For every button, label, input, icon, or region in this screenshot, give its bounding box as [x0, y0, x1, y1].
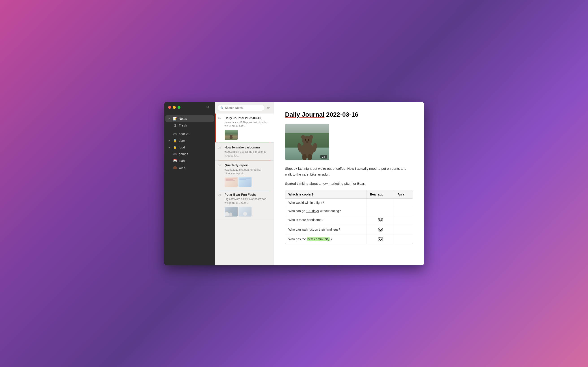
table-row-community: Who has the best community ? 🐼 — [285, 234, 413, 244]
note-preview-carbonara: #food/italian Buy all the ingredients ne… — [225, 150, 271, 158]
svg-point-3 — [231, 135, 233, 136]
new-note-button[interactable]: ✏ — [266, 105, 271, 111]
table-cell-days-q: Who can go 100 days without eating? — [285, 207, 367, 215]
note-thumb-polar2 — [239, 207, 251, 217]
table-cell-walk-bear: 🐼 — [367, 225, 394, 234]
note-thumb-bear — [225, 130, 238, 140]
svg-point-13 — [308, 139, 309, 141]
table-header-question: Which is cooler? — [285, 190, 367, 199]
note-title-quarterly: Quarterly report — [225, 163, 271, 167]
close-button[interactable] — [168, 106, 171, 109]
sidebar-item-bear20[interactable]: ▶ 🎮 bear 2.0 — [165, 131, 214, 137]
sidebar-games-label: games — [179, 152, 211, 156]
note-age-polar: 3d — [218, 193, 223, 196]
svg-point-12 — [305, 139, 306, 141]
bear-svg — [227, 132, 236, 140]
sidebar-item-notes[interactable]: ▶ 📝 Notes — [165, 115, 214, 122]
table-cell-fight-q: Who would win in a fight? — [285, 198, 367, 207]
note-title-carbonara: How to make carbonara — [225, 146, 271, 149]
middle-panel: 🔍 ✏ 0s Daily Journal 2022-03-16 bear-dan… — [215, 102, 274, 265]
table-row-days: Who can go 100 days without eating? — [285, 207, 413, 215]
sidebar-nav: ▶ 📝 Notes ▶ 🗑 Trash ▶ 🎮 bear 2.0 ▶ 🔒 dia… — [164, 114, 215, 173]
table-cell-walk-q: Who can walk just on their hind legs? — [285, 225, 367, 234]
chevron-right-icon: ▶ — [169, 117, 171, 120]
table-cell-handsome-bear: 🐼 — [367, 215, 394, 225]
diary-icon: 🔒 — [173, 139, 177, 142]
note-thumb-plan1 — [225, 177, 238, 187]
sidebar-item-food[interactable]: ▶ 🔒 food — [165, 144, 214, 151]
table-row-handsome: Who is more handsome? 🐼 — [285, 215, 413, 225]
window-controls — [168, 106, 181, 109]
table-row-walk: Who can walk just on their hind legs? 🐼 — [285, 225, 413, 234]
note-thumbnails — [225, 130, 271, 140]
community-highlight: best community — [307, 237, 330, 241]
search-input[interactable] — [225, 106, 262, 109]
sidebar-notes-label: Notes — [179, 117, 211, 120]
note-preview-quarterly: #work 2022 first quarter goals: Financia… — [225, 168, 271, 175]
chevron-diary-icon: ▶ — [169, 139, 171, 142]
days-link: 100 days — [306, 209, 319, 213]
gif-badge: GIF — [320, 155, 327, 158]
note-item-polar-bear[interactable]: 3d Polar Bear Fun Facts Big carnivore bo… — [215, 190, 274, 219]
note-preview: bear-dance.gif Slept ok last night but w… — [225, 121, 271, 128]
note-item-quarterly[interactable]: 3d Quarterly report #work 2022 first qua… — [215, 161, 274, 190]
table-cell-days-other — [394, 207, 413, 215]
note-item-carbonara[interactable]: 2d How to make carbonara #food/italian B… — [215, 143, 274, 160]
sidebar-food-label: food — [179, 146, 211, 149]
note-age-carbonara: 2d — [218, 146, 223, 149]
bear-gif-image: GIF — [285, 124, 329, 160]
table-row-fight: Who would win in a fight? — [285, 198, 413, 207]
minimize-button[interactable] — [173, 106, 176, 109]
table-cell-walk-other — [394, 225, 413, 234]
note-thumbnails-quarterly — [225, 177, 271, 187]
sidebar-plans-label: plans — [179, 159, 211, 163]
comparison-table: Which is cooler? Bear app An a Who would… — [285, 190, 413, 244]
table-cell-fight-other — [394, 198, 413, 207]
table-cell-community-q: Who has the best community ? — [285, 234, 367, 244]
svg-point-14 — [306, 141, 309, 143]
note-age: 0s — [218, 117, 223, 120]
note-thumbnails-polar — [225, 207, 271, 217]
note-body-paragraph1: Slept ok last night but we're out of cof… — [285, 166, 413, 177]
note-body-paragraph2: Started thinking about a new marketing p… — [285, 181, 413, 186]
sidebar-work-label: work — [179, 166, 211, 169]
table: Which is cooler? Bear app An a Who would… — [285, 190, 413, 244]
sidebar-item-trash[interactable]: ▶ 🗑 Trash — [165, 122, 214, 129]
note-title-rest: 2022-03-16 — [324, 111, 358, 118]
table-cell-handsome-q: Who is more handsome? — [285, 215, 367, 225]
food-icon: 🔒 — [173, 146, 177, 149]
sidebar-diary-label: diary — [179, 139, 211, 142]
sidebar-item-diary[interactable]: ▶ 🔒 diary — [165, 137, 214, 144]
sidebar-bear20-label: bear 2.0 — [179, 132, 211, 136]
note-thumb-plan2 — [239, 177, 251, 187]
table-header-bear: Bear app — [367, 190, 394, 199]
settings-icon[interactable]: ⚙ — [206, 105, 209, 109]
work-icon: 💼 — [173, 166, 177, 169]
table-cell-days-bear — [367, 207, 394, 215]
sidebar-item-games[interactable]: ▶ 🎮 games — [165, 151, 214, 158]
table-cell-community-other — [394, 234, 413, 244]
trash-icon: 🗑 — [173, 124, 177, 127]
table-header-other: An a — [394, 190, 413, 199]
svg-point-10 — [302, 154, 307, 160]
bear20-icon: 🎮 — [173, 132, 177, 136]
svg-point-7 — [309, 135, 313, 139]
search-icon: 🔍 — [220, 106, 224, 109]
note-age-quarterly: 3d — [218, 164, 223, 167]
chevron-food-icon: ▶ — [169, 146, 171, 149]
notes-icon: 📝 — [173, 117, 177, 120]
search-wrapper[interactable]: 🔍 — [218, 105, 264, 111]
svg-point-2 — [230, 135, 231, 136]
note-thumb-polar1 — [225, 207, 238, 217]
note-item-daily-journal[interactable]: 0s Daily Journal 2022-03-16 bear-dance.g… — [215, 114, 274, 143]
games-icon: 🎮 — [173, 152, 177, 156]
main-content: Daily Journal 2022-03-16 — [274, 102, 424, 265]
table-cell-handsome-other — [394, 215, 413, 225]
note-preview-polar: Big carnivore bois: Polar bears can weig… — [225, 197, 271, 205]
maximize-button[interactable] — [178, 106, 181, 109]
sidebar-item-work[interactable]: ▶ 💼 work — [165, 164, 214, 171]
table-cell-fight-bear — [367, 198, 394, 207]
sidebar-item-plans[interactable]: ▶ 📅 plans — [165, 158, 214, 164]
svg-point-11 — [308, 154, 312, 160]
note-main-heading: Daily Journal 2022-03-16 — [285, 111, 413, 118]
